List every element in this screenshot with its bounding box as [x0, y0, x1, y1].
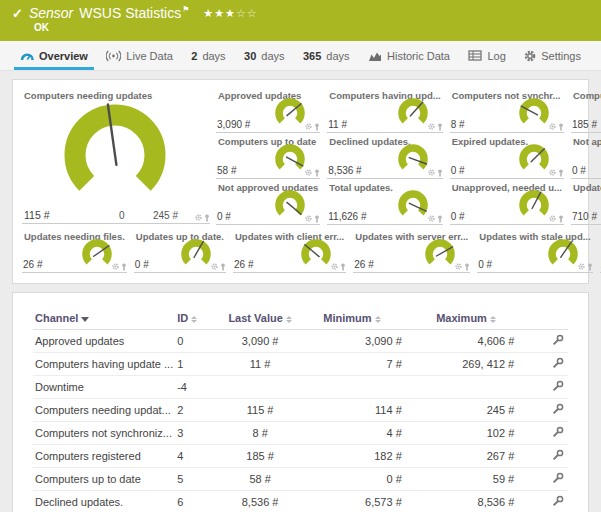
- cell-channel[interactable]: Approved updates: [33, 330, 175, 353]
- wrench-icon[interactable]: [552, 380, 564, 392]
- wrench-icon[interactable]: [552, 449, 564, 461]
- small-gauge-tile[interactable]: Total updates. 11,626 #: [327, 180, 442, 225]
- pin-icon[interactable]: [314, 215, 320, 223]
- pin-icon[interactable]: [437, 123, 443, 131]
- gear-icon[interactable]: [195, 214, 202, 222]
- bottom-gauge-tile[interactable]: Updates up to date. 0 #: [134, 229, 226, 273]
- tab-live-data[interactable]: Live Data: [100, 41, 178, 70]
- bottom-gauge-tile[interactable]: Updates with stale upd... 0 #: [477, 229, 592, 273]
- col-header-maximum[interactable]: Maximum: [416, 309, 528, 330]
- tab-overview[interactable]: Overview: [14, 41, 94, 70]
- gear-icon[interactable]: [549, 169, 556, 177]
- pin-icon[interactable]: [437, 169, 443, 177]
- wrench-icon[interactable]: [552, 495, 564, 507]
- main-gauge-tile[interactable]: Computers needing updates 115 # 0 245 #: [22, 88, 210, 224]
- tab-log[interactable]: Log: [462, 41, 511, 70]
- gauge-value: 0 #: [451, 165, 465, 176]
- gear-icon[interactable]: [305, 215, 312, 223]
- table-row: Declined updates.68,536 #6,573 #8,536 #: [33, 491, 568, 512]
- small-gauge-tile[interactable]: Computers not synchr... 8 #: [450, 88, 564, 133]
- tab-2-days[interactable]: 2days: [185, 41, 231, 70]
- small-gauge-tile[interactable]: Expired updates. 0 #: [450, 134, 564, 179]
- bottom-gauge-tile[interactable]: Updates with client err... 26 #: [233, 229, 346, 273]
- tab-historic-data[interactable]: Historic Data: [362, 41, 456, 70]
- bottom-gauge-tile[interactable]: Updates needing files. 26 #: [22, 229, 127, 273]
- gear-icon[interactable]: [305, 123, 312, 131]
- stars-filled[interactable]: ★★★: [203, 7, 236, 19]
- pin-icon[interactable]: [314, 123, 320, 131]
- gauge: [395, 96, 431, 133]
- small-gauge-tile[interactable]: Computers having upd... 11 #: [327, 88, 442, 133]
- gear-icon[interactable]: [549, 215, 556, 223]
- wrench-icon[interactable]: [552, 472, 564, 484]
- gauge-icon: [20, 50, 34, 62]
- tab-30-days[interactable]: 30days: [238, 41, 291, 70]
- gear-icon[interactable]: [428, 169, 435, 177]
- gear-icon[interactable]: [549, 123, 556, 131]
- cell-channel[interactable]: Computers registered: [33, 445, 175, 468]
- pin-icon[interactable]: [587, 263, 593, 271]
- status-ok-check-icon: ✓: [12, 6, 23, 21]
- small-gauge-tile[interactable]: Updates needed by co... 710 #: [571, 180, 601, 225]
- tab-number: 365: [303, 50, 321, 62]
- stars-empty[interactable]: ☆☆: [236, 7, 258, 19]
- small-gauge-tile[interactable]: Not approved updates 0 #: [216, 180, 320, 225]
- tab-settings[interactable]: Settings: [518, 41, 587, 70]
- gear-icon[interactable]: [428, 215, 435, 223]
- gauge-value: 710 #: [572, 211, 597, 222]
- tab-number: 2: [191, 50, 197, 62]
- pin-icon[interactable]: [558, 215, 564, 223]
- small-gauge-tile[interactable]: Approved updates 3,090 #: [216, 88, 320, 133]
- cell-channel[interactable]: Computers up to date: [33, 468, 175, 491]
- gear-icon[interactable]: [578, 263, 585, 271]
- small-gauge-tile[interactable]: Unapproved, needed u... 0 #: [450, 180, 564, 225]
- gear-icon[interactable]: [305, 169, 312, 177]
- tab-label: days: [261, 50, 284, 62]
- cell-id: 4: [175, 445, 220, 468]
- pin-icon[interactable]: [464, 263, 470, 271]
- small-gauge-tile[interactable]: Not approved critical o... 0 #: [571, 134, 601, 179]
- cell-minimum: [300, 376, 416, 399]
- pin-icon[interactable]: [558, 123, 564, 131]
- pin-icon[interactable]: [121, 263, 127, 271]
- pin-icon[interactable]: [204, 214, 210, 222]
- gauge-value: 26 #: [234, 259, 253, 270]
- pin-icon[interactable]: [220, 263, 226, 271]
- main-gauge: [54, 98, 176, 212]
- bottom-gauge-tile[interactable]: Updates with server err... 26 #: [353, 229, 470, 273]
- cell-channel[interactable]: Downtime: [33, 376, 175, 399]
- small-gauge-tile[interactable]: Computers registered 185 #: [571, 88, 601, 133]
- priority-stars[interactable]: ★★★☆☆: [203, 7, 257, 20]
- gauge-title: Computers registered: [571, 88, 601, 101]
- wrench-icon[interactable]: [552, 403, 564, 415]
- gear-icon[interactable]: [211, 263, 218, 271]
- gauge: [178, 237, 214, 274]
- pin-icon[interactable]: [558, 169, 564, 177]
- col-header-channel[interactable]: Channel: [33, 309, 175, 330]
- gear-icon[interactable]: [428, 123, 435, 131]
- cell-channel[interactable]: Computers having update ...: [33, 353, 175, 376]
- gear-icon[interactable]: [331, 263, 338, 271]
- pin-icon[interactable]: [437, 215, 443, 223]
- table-row: Computers not synchroniz...38 #4 #102 #: [33, 422, 568, 445]
- sort-desc-icon: [81, 317, 89, 322]
- gauge: [516, 96, 552, 133]
- gear-icon[interactable]: [455, 263, 462, 271]
- small-gauge-tile[interactable]: Computers up to date 58 #: [216, 134, 320, 179]
- pin-icon[interactable]: [340, 263, 346, 271]
- table-row: Computers registered4185 #182 #267 #: [33, 445, 568, 468]
- pin-icon[interactable]: [314, 169, 320, 177]
- col-header-id[interactable]: ID: [175, 309, 220, 330]
- cell-channel[interactable]: Computers not synchroniz...: [33, 422, 175, 445]
- small-gauge-tile[interactable]: Declined updates. 8,536 #: [327, 134, 442, 179]
- cell-channel[interactable]: Declined updates.: [33, 491, 175, 512]
- wrench-icon[interactable]: [552, 426, 564, 438]
- col-header-last-value[interactable]: Last Value: [220, 309, 300, 330]
- cell-channel[interactable]: Computers needing updat...: [33, 399, 175, 422]
- wrench-icon[interactable]: [552, 357, 564, 369]
- col-header-minimum[interactable]: Minimum: [300, 309, 416, 330]
- wrench-icon[interactable]: [552, 334, 564, 346]
- tab-365-days[interactable]: 365days: [297, 41, 356, 70]
- gear-icon[interactable]: [112, 263, 119, 271]
- cell-last-value: [220, 376, 300, 399]
